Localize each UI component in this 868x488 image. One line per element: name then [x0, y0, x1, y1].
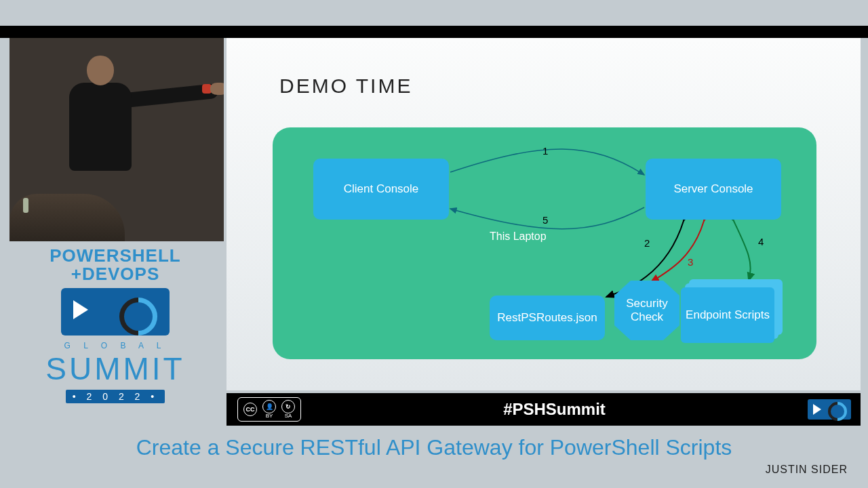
node-client-console: Client Console [313, 159, 449, 220]
logo-summit: SUMMIT [27, 350, 203, 387]
hashtag: #PSHSummit [301, 400, 808, 419]
cc-license-badge: CC 👤 BY ↻ SA [237, 397, 301, 422]
logo-year: • 2 0 2 2 • [66, 390, 165, 403]
talk-title: Create a Secure RESTful API Gateway for … [0, 435, 868, 460]
sa-icon: ↻ [281, 400, 295, 413]
by-icon: 👤 [262, 400, 276, 413]
label-this-laptop: This Laptop [490, 230, 547, 243]
logo-line1: POWERSHELL [27, 247, 203, 265]
cc-icon: CC [243, 403, 257, 416]
logo-line2: +DEVOPS [27, 265, 203, 283]
talk-author: JUSTIN SIDER [766, 464, 848, 476]
node-endpoint-label: Endpoint Scripts [681, 287, 774, 343]
arrow-label-5: 5 [542, 214, 548, 226]
sa-label: SA [281, 413, 295, 419]
slide-title: DEMO TIME [279, 75, 412, 98]
arrow-label-4: 4 [758, 236, 764, 247]
powershell-prompt-icon [808, 399, 851, 420]
node-server-console: Server Console [646, 159, 781, 220]
arrow-label-1: 1 [542, 145, 548, 157]
slide: DEMO TIME [226, 38, 861, 390]
node-endpoint-scripts: Endpoint Scripts [681, 279, 783, 344]
by-label: BY [262, 413, 276, 419]
event-logo: POWERSHELL +DEVOPS G L O B A L SUMMIT • … [27, 247, 203, 403]
node-routes-json: RestPSRoutes.json [490, 296, 605, 340]
letterbox-top [0, 26, 868, 38]
logo-global: G L O B A L [27, 341, 203, 350]
node-security-check: Security Check [614, 281, 679, 340]
arrow-label-2: 2 [644, 237, 650, 249]
presenter-video [9, 38, 224, 241]
arrow-label-3: 3 [688, 256, 693, 268]
footer-bar: CC 👤 BY ↻ SA #PSHSummit [226, 393, 861, 426]
powershell-prompt-icon [61, 288, 170, 336]
architecture-diagram: Client Console Server Console RestPSRout… [273, 127, 816, 359]
